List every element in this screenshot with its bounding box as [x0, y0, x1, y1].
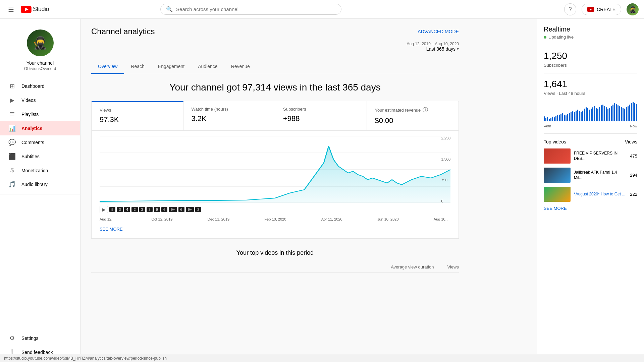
sidebar-divider	[0, 194, 80, 194]
top-video-item-1[interactable]: FREE VIP SERVERS IN DES... 475	[544, 148, 637, 164]
metric-info-icon[interactable]: ⓘ	[423, 107, 428, 114]
video-marker[interactable]: 9+	[186, 207, 194, 212]
date-range-label: Last 365 days ▾	[426, 46, 459, 52]
channel-avatar[interactable]: 🥷	[27, 29, 54, 56]
chart-container: 2,250 1,500 750 0 ▶ 5 3 4 2 3 3	[91, 131, 459, 239]
realtime-bar	[589, 110, 590, 121]
panel-see-more-link[interactable]: SEE MORE	[544, 206, 637, 211]
sidebar-item-playlists[interactable]: ☰ Playlists	[0, 107, 80, 121]
topnav-right: ? CREATE 🥷	[564, 3, 639, 15]
sidebar-item-comments[interactable]: 💬 Comments	[0, 135, 80, 149]
top-videos-header: Average view duration Views	[91, 262, 459, 273]
tab-revenue[interactable]: Revenue	[224, 60, 257, 74]
chart-area: 2,250 1,500 750 0	[100, 136, 450, 203]
sidebar-item-videos[interactable]: ▶ Videos	[0, 93, 80, 107]
video-marker[interactable]: 3	[117, 207, 123, 212]
realtime-bar	[629, 105, 630, 121]
logo[interactable]: Studio	[21, 6, 49, 13]
top-video-item-3[interactable]: *August 2020* How to Get ... 222	[544, 187, 637, 202]
realtime-bar	[549, 119, 550, 121]
realtime-bar	[604, 106, 605, 121]
tab-engagement[interactable]: Engagement	[151, 60, 191, 74]
metric-revenue[interactable]: Your estimated revenue ⓘ $0.00	[367, 101, 459, 130]
realtime-bar	[636, 104, 637, 121]
realtime-bar	[623, 108, 624, 121]
top-videos-list: FREE VIP SERVERS IN DES... 475 Jailbreak…	[544, 148, 637, 202]
realtime-bar	[634, 103, 635, 121]
metric-subscribers[interactable]: Subscribers +988	[275, 101, 367, 130]
video-thumb-2	[544, 168, 571, 183]
search-bar[interactable]: 🔍	[160, 4, 341, 15]
video-title-2: Jailbreak AFK Farm! 1.4 Mil...	[574, 170, 627, 180]
sidebar-item-monetization[interactable]: $ Monetization	[0, 164, 80, 177]
topnav-left: ☰ Studio	[5, 3, 49, 16]
realtime-bar	[545, 118, 546, 121]
x-label: Aug 10, ...	[434, 217, 450, 221]
video-marker[interactable]: 6	[161, 207, 167, 212]
realtime-bar	[586, 107, 587, 121]
video-marker[interactable]: 4	[124, 207, 130, 212]
create-flag-icon	[587, 7, 594, 12]
video-marker[interactable]: 2	[195, 207, 201, 212]
video-info-3: *August 2020* How to Get ...	[574, 192, 627, 197]
sidebar-item-analytics[interactable]: 📊 Analytics	[0, 121, 80, 135]
realtime-bar	[571, 112, 572, 121]
realtime-bar	[547, 117, 548, 121]
panel-divider-2	[544, 73, 637, 73]
video-marker[interactable]: 2	[131, 207, 138, 212]
metric-subscribers-value: +988	[283, 114, 359, 123]
settings-icon: ⚙	[8, 335, 16, 342]
logo-text: Studio	[33, 6, 49, 13]
see-more-link[interactable]: SEE MORE	[100, 223, 450, 236]
x-label: Feb 10, 2020	[264, 217, 286, 221]
realtime-bar	[569, 113, 570, 121]
video-marker[interactable]: 6	[178, 207, 184, 212]
sidebar-item-audio-library[interactable]: 🎵 Audio library	[0, 177, 80, 191]
create-button[interactable]: CREATE	[582, 4, 621, 15]
metric-views[interactable]: Views 97.3K	[92, 101, 183, 130]
realtime-time-labels: -48h Now	[544, 124, 637, 128]
advanced-mode-button[interactable]: ADVANCED MODE	[418, 29, 459, 34]
video-markers: ▶ 5 3 4 2 3 3 9 6 9+ 6 9+ 2	[100, 203, 450, 215]
video-info-2: Jailbreak AFK Farm! 1.4 Mil...	[574, 170, 627, 180]
sidebar-item-subtitles[interactable]: ⬛ Subtitles	[0, 149, 80, 164]
channel-handle: ObliviousOverlord	[24, 66, 56, 71]
realtime-bar	[560, 114, 561, 121]
realtime-bar	[592, 107, 593, 121]
hamburger-icon[interactable]: ☰	[5, 3, 17, 16]
realtime-bar	[621, 107, 622, 121]
y-label: 1,500	[441, 157, 450, 161]
video-marker[interactable]: 5	[109, 207, 115, 212]
avatar[interactable]: 🥷	[627, 3, 639, 15]
help-button[interactable]: ?	[564, 3, 576, 15]
play-marker[interactable]: ▶	[100, 206, 108, 213]
video-marker[interactable]: 3	[147, 207, 153, 212]
realtime-bar	[616, 104, 617, 121]
sidebar-item-settings[interactable]: ⚙ Settings	[0, 331, 80, 345]
metrics-bar: Views 97.3K Watch time (hours) 3.2K Subs…	[91, 101, 459, 131]
panel-divider-3	[544, 133, 637, 134]
y-label: 0	[441, 199, 450, 203]
metric-watch-time[interactable]: Watch time (hours) 3.2K	[183, 101, 275, 130]
top-video-item-2[interactable]: Jailbreak AFK Farm! 1.4 Mil... 294	[544, 168, 637, 183]
topnav: ☰ Studio 🔍 ? CREATE 🥷	[0, 0, 644, 19]
metric-revenue-value: $0.00	[375, 116, 451, 125]
tab-reach[interactable]: Reach	[124, 60, 151, 74]
search-input[interactable]	[176, 6, 336, 12]
metric-subscribers-label: Subscribers	[283, 107, 359, 112]
status-bar: https://studio.youtube.com/video/5sMB_Hr…	[0, 354, 644, 362]
video-marker[interactable]: 3	[139, 207, 145, 212]
tab-audience[interactable]: Audience	[191, 60, 224, 74]
realtime-subscribers-label: Subscribers	[544, 63, 637, 68]
realtime-start-label: -48h	[544, 124, 551, 128]
tab-overview[interactable]: Overview	[91, 60, 124, 74]
date-range-selector[interactable]: Aug 12, 2019 – Aug 10, 2020 Last 365 day…	[407, 42, 459, 52]
sidebar: 🥷 Your channel ObliviousOverlord ⊞ Dashb…	[0, 19, 80, 362]
metric-views-label: Views	[100, 108, 175, 113]
realtime-bar	[626, 107, 627, 121]
sidebar-item-dashboard[interactable]: ⊞ Dashboard	[0, 79, 80, 93]
video-marker[interactable]: 9+	[169, 207, 177, 212]
create-label: CREATE	[597, 7, 615, 12]
video-marker[interactable]: 9	[154, 207, 160, 212]
hero-text: Your channel got 97,314 views in the las…	[91, 82, 459, 93]
